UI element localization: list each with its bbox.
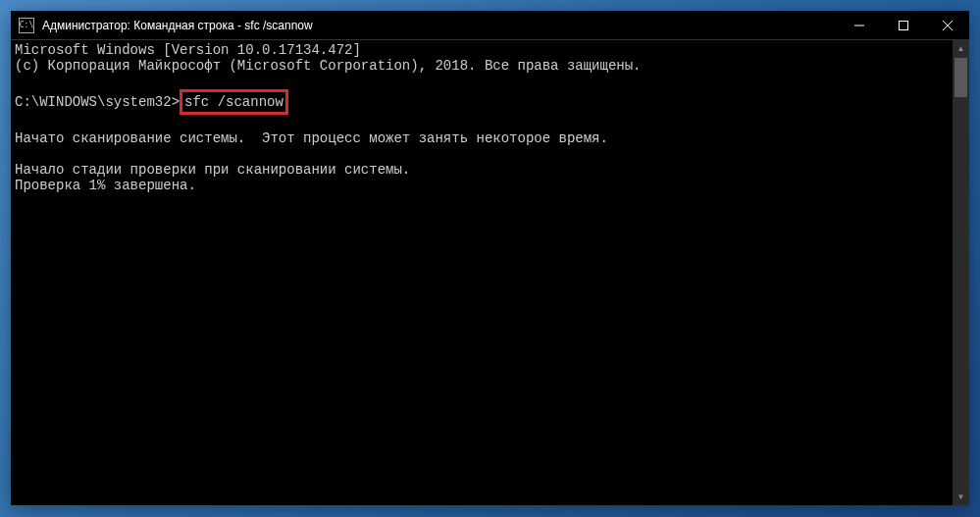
close-button[interactable] <box>925 11 969 40</box>
scroll-thumb[interactable] <box>954 58 967 97</box>
minimize-button[interactable] <box>837 11 881 40</box>
minimize-icon <box>854 21 864 30</box>
console-line: Проверка 1% завершена. <box>15 178 196 193</box>
console-line: Начало стадии проверки при сканировании … <box>15 162 410 178</box>
svg-rect-1 <box>899 21 907 29</box>
prompt-text: C:\WINDOWS\system32> <box>15 94 180 110</box>
window-title: Администратор: Командная строка - sfc /s… <box>42 19 313 32</box>
titlebar[interactable]: C:\ Администратор: Командная строка - sf… <box>11 11 969 40</box>
console-line: Microsoft Windows [Version 10.0.17134.47… <box>15 42 361 58</box>
command-prompt-window: C:\ Администратор: Командная строка - sf… <box>11 11 969 505</box>
command-highlight: sfc /scannow <box>180 89 288 115</box>
maximize-icon <box>899 21 908 30</box>
vertical-scrollbar[interactable]: ▲ ▼ <box>953 40 969 505</box>
maximize-button[interactable] <box>881 11 925 40</box>
console-output[interactable]: Microsoft Windows [Version 10.0.17134.47… <box>11 40 969 505</box>
app-icon-text: C:\ <box>20 21 33 29</box>
console-line: (c) Корпорация Майкрософт (Microsoft Cor… <box>15 58 642 74</box>
command-text: sfc /scannow <box>184 94 284 110</box>
scroll-down-arrow-icon[interactable]: ▼ <box>953 489 969 505</box>
scroll-up-arrow-icon[interactable]: ▲ <box>953 40 969 57</box>
close-icon <box>943 21 953 30</box>
console-line: Начато сканирование системы. Этот процес… <box>15 130 608 146</box>
app-icon: C:\ <box>19 18 34 33</box>
